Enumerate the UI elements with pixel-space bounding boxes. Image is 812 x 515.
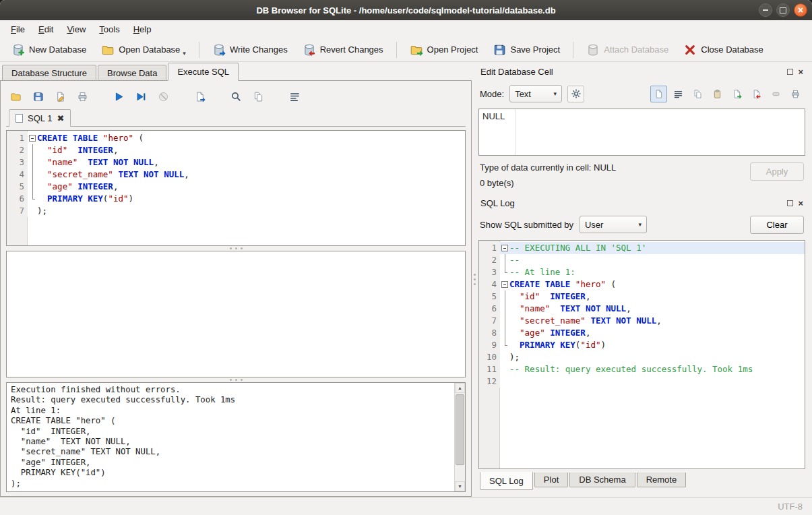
export-icon[interactable] <box>748 86 765 102</box>
fold-guide <box>28 193 37 205</box>
fold-marker-icon[interactable] <box>500 278 509 291</box>
maximize-button[interactable] <box>776 3 790 17</box>
menu-help[interactable]: Help <box>127 22 158 37</box>
code-line-4[interactable]: 4 "secret_name" TEXT NOT NULL, <box>7 169 465 181</box>
code-line-3[interactable]: 3 "name" TEXT NOT NULL, <box>7 156 465 169</box>
tab-execute-sql[interactable]: Execute SQL <box>168 63 239 81</box>
close-panel-icon[interactable]: × <box>798 67 803 76</box>
code-line-7[interactable]: 7 "secret_name" TEXT NOT NULL, <box>479 315 805 327</box>
code-text: "id" INTEGER, <box>509 291 805 303</box>
dock-tab-remote[interactable]: Remote <box>637 473 687 487</box>
code-line-4[interactable]: 4CREATE TABLE "hero" ( <box>479 278 805 291</box>
close-panel-icon[interactable]: × <box>798 199 803 208</box>
find-icon[interactable] <box>228 88 244 104</box>
sql-editor[interactable]: 1CREATE TABLE "hero" (2 "id" INTEGER,3 "… <box>6 130 466 246</box>
titlebar[interactable]: DB Browser for SQLite - /home/user/code/… <box>0 0 812 20</box>
code-line-1[interactable]: 1-- EXECUTING ALL IN 'SQL 1' <box>479 242 805 254</box>
fold-guide <box>28 144 37 156</box>
open-project-button[interactable]: Open Project <box>404 40 485 59</box>
code-line-6[interactable]: 6 PRIMARY KEY("id") <box>7 193 465 205</box>
code-text: "secret_name" TEXT NOT NULL, <box>509 315 805 327</box>
code-line-8[interactable]: 8 "age" INTEGER, <box>479 327 805 339</box>
code-line-12[interactable]: 12 <box>479 375 805 388</box>
menu-view[interactable]: View <box>60 22 92 37</box>
fold-guide <box>28 169 37 181</box>
import-icon[interactable] <box>728 86 745 102</box>
menu-tools[interactable]: Tools <box>92 22 126 37</box>
scroll-up-icon[interactable]: ▲ <box>455 383 465 393</box>
scrollbar-thumb[interactable] <box>456 394 464 465</box>
apply-button[interactable]: Apply <box>750 162 804 181</box>
export-results-icon[interactable] <box>191 88 208 104</box>
code-line-2[interactable]: 2-- <box>479 254 805 266</box>
close-database-button[interactable]: Close Database <box>677 40 770 59</box>
menu-file[interactable]: File <box>4 22 32 37</box>
results-grid[interactable] <box>6 251 466 377</box>
mode-select[interactable]: Text ▾ <box>509 85 562 102</box>
fold-marker-icon[interactable] <box>28 132 37 144</box>
code-line-3[interactable]: 3-- At line 1: <box>479 266 805 278</box>
fold-guide <box>500 303 509 315</box>
copy-icon[interactable] <box>689 86 706 102</box>
log-filter-select[interactable]: User ▾ <box>580 216 647 233</box>
dock-tab-sql-log[interactable]: SQL Log <box>480 472 533 490</box>
sql-log-view[interactable]: 1-- EXECUTING ALL IN 'SQL 1'2--3-- At li… <box>478 240 805 469</box>
save-sql-as-icon[interactable] <box>52 88 68 104</box>
minimize-button[interactable] <box>759 3 772 17</box>
print-icon[interactable] <box>787 86 804 102</box>
mode-value: Text <box>515 89 531 99</box>
code-line-7[interactable]: 7); <box>7 205 465 217</box>
close-tab-icon[interactable]: ✖ <box>57 114 64 123</box>
code-line-5[interactable]: 5 "id" INTEGER, <box>479 291 805 303</box>
paste-icon[interactable] <box>709 86 726 102</box>
sql-file-tab[interactable]: SQL 1✖ <box>9 109 71 127</box>
close-button[interactable]: × <box>794 3 807 17</box>
find-replace-icon[interactable] <box>250 88 266 104</box>
code-line-5[interactable]: 5 "age" INTEGER, <box>7 181 465 193</box>
code-line-2[interactable]: 2 "id" INTEGER, <box>7 144 465 156</box>
scroll-down-icon[interactable]: ▼ <box>455 481 465 491</box>
save-project-button[interactable]: Save Project <box>487 40 566 59</box>
code-line-1[interactable]: 1CREATE TABLE "hero" ( <box>7 132 465 144</box>
code-line-6[interactable]: 6 "name" TEXT NOT NULL, <box>479 303 805 315</box>
dock-tab-db-schema[interactable]: DB Schema <box>569 473 635 487</box>
edit-cell-title: Edit Database Cell <box>480 67 553 77</box>
print-sql-icon[interactable] <box>74 88 90 104</box>
new-database-button[interactable]: New Database <box>5 40 92 59</box>
code-text: -- <box>509 254 805 266</box>
revert-changes-button[interactable]: Revert Changes <box>296 40 389 59</box>
tab-browse-data[interactable]: Browse Data <box>98 65 166 80</box>
cell-editor[interactable]: NULL <box>478 109 805 156</box>
execute-current-line-icon[interactable] <box>133 88 149 104</box>
code-line-10[interactable]: 10); <box>479 351 805 363</box>
text-view-icon[interactable] <box>650 86 667 102</box>
menu-edit[interactable]: Edit <box>32 22 60 37</box>
tab-database-structure[interactable]: Database Structure <box>2 65 96 80</box>
format-sql-icon[interactable] <box>286 88 303 104</box>
clear-log-button[interactable]: Clear <box>750 216 804 234</box>
splitter-handle[interactable] <box>6 377 466 382</box>
panel-splitter[interactable] <box>472 62 477 497</box>
line-number: 1 <box>479 242 500 254</box>
float-panel-icon[interactable] <box>787 200 793 206</box>
auto-switch-mode-button[interactable] <box>567 86 584 102</box>
line-number: 11 <box>479 363 500 375</box>
scrollbar-track[interactable] <box>455 393 465 481</box>
code-line-9[interactable]: 9 PRIMARY KEY("id") <box>479 339 805 351</box>
splitter-handle[interactable] <box>6 246 466 251</box>
open-database-button[interactable]: Open Database▾ <box>95 40 192 59</box>
tab-label: Execute SQL <box>177 67 229 77</box>
save-sql-file-icon[interactable] <box>30 88 46 104</box>
fold-marker-icon[interactable] <box>500 242 509 254</box>
write-changes-button[interactable]: Write Changes <box>206 40 294 59</box>
sql-log-title: SQL Log <box>480 198 515 208</box>
chevron-down-icon: ▾ <box>638 221 642 228</box>
output-scrollbar[interactable]: ▲ ▼ <box>454 383 465 491</box>
word-wrap-icon[interactable] <box>670 86 687 102</box>
dropdown-caret-icon[interactable]: ▾ <box>183 50 186 57</box>
dock-tab-plot[interactable]: Plot <box>534 473 568 487</box>
code-line-11[interactable]: 11-- Result: query executed successfully… <box>479 363 805 375</box>
float-panel-icon[interactable] <box>787 69 793 75</box>
open-sql-file-icon[interactable] <box>7 88 24 104</box>
execute-all-icon[interactable] <box>111 88 127 104</box>
